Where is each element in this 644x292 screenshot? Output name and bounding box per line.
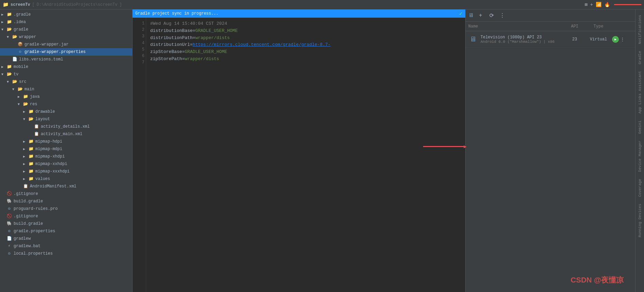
tree-item-tv[interactable]: ▼📂tv [0, 71, 132, 78]
tree-item-build-gradle[interactable]: 🐘build.gradle [0, 220, 132, 227]
fire-icon[interactable]: 🔥 [604, 2, 610, 7]
tree-arrow: ▼ [12, 88, 17, 91]
tree-item-gradle-wrapper-jar[interactable]: 📦gradle-wrapper.jar [0, 41, 132, 48]
tree-item-java[interactable]: ▶📁java [0, 93, 132, 101]
tree-item-mipmap-xhdpi[interactable]: ▶📁mipmap-xhdpi [0, 153, 132, 160]
tree-label: gradle.properties [14, 229, 55, 234]
value-text: GRADLE_USER_HOME [185, 49, 227, 54]
tree-item-libs-versions-toml[interactable]: 📄libs.versions.toml [0, 56, 132, 63]
line-number: 5 [134, 47, 144, 53]
tree-label: mipmap-xxhdpi [35, 162, 67, 166]
tree-arrow: ▼ [1, 73, 6, 76]
code-content[interactable]: #Wed Aug 14 15:40:04 CST 2024distributio… [146, 18, 465, 292]
tree-item-res[interactable]: ▼📂res [0, 101, 132, 108]
code-line: zipStoreBase=GRADLE_USER_HOME [150, 49, 461, 56]
right-tab-notifications[interactable]: Notifications [637, 12, 643, 47]
tree-label: mipmap-mdpi [35, 147, 62, 151]
tree-item-gradle-wrapper-properties[interactable]: ⚙gradle-wrapper.properties [0, 48, 132, 56]
right-tab-gemini[interactable]: Gemini [637, 118, 643, 137]
tree-label: gradle-wrapper.properties [24, 50, 86, 54]
run-device-button[interactable]: ▶ [612, 36, 619, 43]
tree-item-mipmap-hdpi[interactable]: ▶📁mipmap-hdpi [0, 138, 132, 145]
tree-label: res [30, 102, 37, 107]
tree-item-mipmap-mdpi[interactable]: ▶📁mipmap-mdpi [0, 145, 132, 153]
project-path-separator: [ [32, 2, 35, 7]
file-icon: 📁 [28, 154, 34, 159]
device-info: Television (1080p) API 23 Android 6.0 ("… [481, 35, 564, 44]
tree-label: libs.versions.toml [19, 57, 63, 62]
tree-arrow: ▶ [23, 140, 28, 144]
right-tab-coverage[interactable]: Coverage [637, 176, 643, 200]
url-text[interactable]: https://mirrors.cloud.tencent.com/gradle… [193, 42, 331, 47]
tree-item-layout[interactable]: ▼📂layout [0, 115, 132, 123]
right-tab-gradle[interactable]: Gradle [637, 48, 643, 67]
tree-item--gradle[interactable]: ▶📁.gradle [0, 11, 132, 18]
tree-arrow: ▼ [7, 80, 12, 84]
device-row[interactable]: 🖥 Television (1080p) API 23 Android 6.0 … [466, 31, 635, 48]
tree-label: drawable [35, 109, 55, 114]
panel-plus-icon[interactable]: + [476, 12, 485, 20]
device-type: Virtual [585, 37, 612, 42]
tree-item-mobile[interactable]: ▶📁mobile [0, 63, 132, 71]
tree-item-activity_main-xml[interactable]: 📋activity_main.xml [0, 130, 132, 138]
code-line: distributionUrl=https://mirrors.cloud.te… [150, 41, 461, 49]
editor-area: Gradle project sync in progress... ✓ 123… [133, 10, 465, 292]
editor-content[interactable]: 1234567 #Wed Aug 14 15:40:04 CST 2024dis… [133, 18, 465, 292]
tree-item-activity_details-xml[interactable]: 📋activity_details.xml [0, 123, 132, 130]
tree-item-local-properties[interactable]: ⚙local.properties [0, 250, 132, 257]
code-line: distributionBase=GRADLE_USER_HOME [150, 28, 461, 35]
device-table-header: Name API Type [466, 22, 635, 31]
tree-label: mipmap-hdpi [35, 139, 62, 144]
main-content: ▶📁.gradle▶📁.idea▼📂gradle▼📂wrapper📦gradle… [0, 10, 644, 292]
tree-arrow: ▶ [1, 13, 6, 17]
tree-label: mipmap-xxxhdpi [35, 169, 70, 174]
tree-arrow: ▶ [23, 162, 28, 166]
col-api-header: API [564, 24, 585, 29]
line-numbers: 1234567 [133, 18, 146, 292]
tree-item-src[interactable]: ▼📂src [0, 78, 132, 86]
device-name: Television (1080p) API 23 [481, 35, 564, 40]
tree-item-mipmap-xxxhdpi[interactable]: ▶📁mipmap-xxxhdpi [0, 168, 132, 175]
file-icon: 📁 [28, 139, 34, 144]
device-table: Name API Type 🖥 Television (1080p) API 2… [466, 22, 635, 292]
wifi-icon[interactable]: 📶 [596, 2, 602, 7]
key-text: distributionUrl [150, 42, 190, 47]
tree-item-gradlew-bat[interactable]: ⚡gradlew.bat [0, 242, 132, 250]
device-menu-icon[interactable]: ⋮ [620, 37, 625, 42]
tree-item--idea[interactable]: ▶📁.idea [0, 18, 132, 26]
tree-item-gradle[interactable]: ▼📂gradle [0, 26, 132, 33]
col-name-header: Name [468, 24, 564, 29]
right-tab-running-devices[interactable]: Running Devices [637, 201, 643, 240]
file-icon: 🚫 [6, 214, 12, 219]
tree-item-values[interactable]: ▶📁values [0, 175, 132, 183]
tree-label: gradle-wrapper.jar [24, 42, 69, 47]
tree-item--gitignore[interactable]: 🚫.gitignore [0, 190, 132, 198]
code-line: zipStorePath=wrapper/dists [150, 56, 461, 63]
tree-label: activity_main.xml [41, 132, 82, 136]
tree-label: mipmap-xhdpi [35, 154, 65, 159]
project-title: screenTv [11, 2, 30, 7]
device-api: 23 [564, 37, 585, 42]
tree-label: local.properties [14, 251, 53, 256]
tree-label: .gradle [14, 12, 31, 17]
file-icon: 📂 [6, 27, 12, 32]
tree-item--gitignore[interactable]: 🚫.gitignore [0, 213, 132, 220]
tree-item-proguard-rules-pro[interactable]: ⚙proguard-rules.pro [0, 205, 132, 213]
tree-item-gradlew[interactable]: 📄gradlew [0, 235, 132, 242]
file-icon: 📂 [22, 102, 29, 107]
tree-item-mipmap-xxhdpi[interactable]: ▶📁mipmap-xxhdpi [0, 160, 132, 168]
file-icon: 🐘 [6, 199, 12, 204]
plus-icon[interactable]: + [590, 2, 593, 7]
right-tab-device-manager[interactable]: Device Manager [637, 138, 643, 175]
tree-item-wrapper[interactable]: ▼📂wrapper [0, 33, 132, 41]
tree-item-main[interactable]: ▼📂main [0, 86, 132, 93]
panel-refresh-icon[interactable]: ⟳ [487, 12, 495, 20]
grid-icon[interactable]: ⊞ [585, 2, 587, 7]
tree-item-gradle-properties[interactable]: ⚙gradle.properties [0, 227, 132, 235]
tree-item-AndroidManifest-xml[interactable]: 📋AndroidManifest.xml [0, 183, 132, 190]
file-icon: 📁 [28, 109, 34, 114]
tree-item-build-gradle[interactable]: 🐘build.gradle [0, 198, 132, 205]
tree-item-drawable[interactable]: ▶📁drawable [0, 108, 132, 115]
panel-menu-icon[interactable]: ⋮ [498, 12, 506, 20]
right-tab-app-links-assistant[interactable]: App Links Assistant [637, 68, 643, 116]
